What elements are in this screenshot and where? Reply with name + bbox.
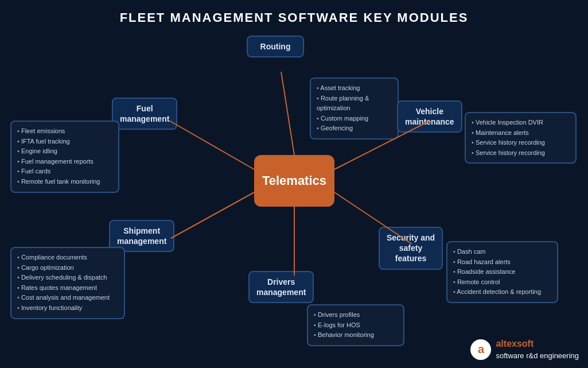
- page-title: FLEET MANAGEMENT SOFTWARE KEY MODULES: [0, 0, 588, 25]
- svg-line-0: [281, 72, 294, 155]
- logo-text: altexsoft software r&d engineering: [496, 338, 579, 361]
- logo-icon: a: [470, 339, 491, 360]
- center-label: Telematics: [262, 173, 326, 188]
- brand-tagline: software r&d engineering: [496, 351, 579, 361]
- svg-line-1: [334, 121, 430, 169]
- svg-line-2: [169, 121, 254, 169]
- svg-line-3: [334, 192, 412, 244]
- logo-area: a altexsoft software r&d engineering: [470, 338, 579, 361]
- brand-name: altexsoft: [496, 338, 579, 350]
- svg-line-4: [171, 192, 254, 238]
- center-node: Telematics: [254, 155, 334, 207]
